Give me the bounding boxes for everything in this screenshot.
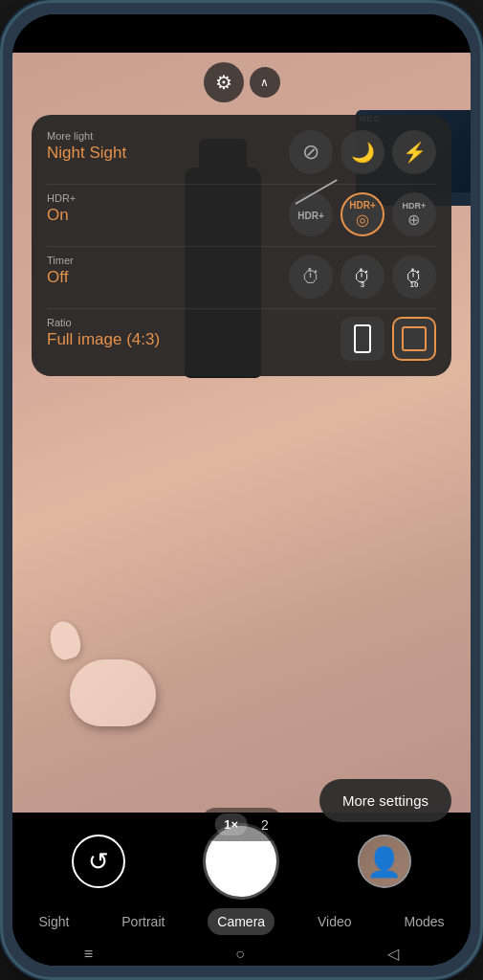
night-sight-value: Night Sight <box>47 144 171 163</box>
tab-video-label: Video <box>318 914 352 929</box>
rotate-icon: ↺ <box>88 847 109 877</box>
earbud-left <box>46 618 83 662</box>
camera-tabs: Sight Portrait Camera Video Modes <box>12 904 471 945</box>
flash-icon: ⚡ <box>403 141 427 164</box>
hdr-value: On <box>47 206 171 225</box>
ratio-square-btn[interactable] <box>392 317 436 361</box>
more-light-label: More light <box>47 130 171 142</box>
hdr-left: HDR+ On <box>47 192 171 225</box>
timer-10s-label: 10 <box>410 280 419 289</box>
flip-camera-button[interactable]: ↺ <box>72 835 125 888</box>
timer-left: Timer Off <box>47 255 171 287</box>
divider-2 <box>47 246 436 247</box>
night-sight-row: More light Night Sight ⊘ 🌙 <box>47 130 436 174</box>
hdr-off-icon: HDR+ <box>297 207 324 222</box>
divider-3 <box>47 308 436 309</box>
hdr-on-btn[interactable]: HDR+ ◎ <box>340 192 384 236</box>
timer-options: ⏱ ⏱ 3 ⏱ <box>289 255 436 299</box>
timer-row: Timer Off ⏱ <box>47 255 436 299</box>
timer-off-icon: ⏱ <box>301 266 320 288</box>
tab-portrait[interactable]: Portrait <box>112 908 174 935</box>
timer-3s-label: 3 <box>361 280 364 289</box>
flash-btn[interactable]: ⚡ <box>392 130 436 174</box>
hdr-enhanced-icon: HDR+ ⊕ <box>403 201 427 229</box>
nav-bar: ≡ ○ ◁ <box>12 945 471 966</box>
tab-camera-label: Camera <box>217 914 265 929</box>
hdr-row: HDR+ On HDR+ <box>47 192 436 236</box>
tab-modes-label: Modes <box>404 914 444 929</box>
night-sight-auto-icon: 🌙 <box>351 141 375 164</box>
tab-modes[interactable]: Modes <box>394 908 453 935</box>
tab-portrait-label: Portrait <box>121 914 165 929</box>
zoom-2x-button[interactable]: 2 <box>261 817 269 833</box>
timer-value: Off <box>47 268 171 287</box>
ratio-value: Full image (4:3) <box>47 330 171 349</box>
settings-gear-button[interactable]: ⚙ <box>204 62 244 102</box>
tab-sight[interactable]: Sight <box>29 908 78 935</box>
night-sight-left: More light Night Sight <box>47 130 171 163</box>
ratio-row: Ratio Full image (4:3) <box>47 317 436 361</box>
timer-off-btn[interactable]: ⏱ <box>289 255 333 299</box>
timer-10s-btn[interactable]: ⏱ 10 <box>392 255 436 299</box>
zoom-controls: 1× 2 <box>199 808 284 841</box>
ratio-portrait-icon <box>354 324 371 353</box>
ratio-label: Ratio <box>47 317 171 328</box>
night-sight-auto-btn[interactable]: 🌙 <box>340 130 384 174</box>
notch <box>194 14 290 41</box>
top-bar <box>12 14 471 53</box>
more-settings-button[interactable]: More settings <box>319 779 451 822</box>
hdr-enhanced-btn[interactable]: HDR+ ⊕ <box>392 192 436 236</box>
night-sight-off-btn[interactable]: ⊘ <box>289 130 333 174</box>
timer-label: Timer <box>47 255 171 266</box>
hdr-options: HDR+ HDR+ ◎ <box>289 192 436 236</box>
hdr-label: HDR+ <box>47 192 171 204</box>
divider-1 <box>47 184 436 185</box>
timer-3s-btn[interactable]: ⏱ 3 <box>340 255 384 299</box>
night-sight-options: ⊘ 🌙 ⚡ <box>289 130 436 174</box>
gallery-button[interactable]: 👤 <box>358 835 411 888</box>
nav-back-icon[interactable]: ◁ <box>387 945 399 963</box>
tab-camera[interactable]: Camera <box>208 908 274 935</box>
ratio-left: Ratio Full image (4:3) <box>47 317 171 349</box>
ratio-options <box>340 317 436 361</box>
ratio-square-icon <box>402 326 427 351</box>
phone-frame: NEC ⚙ ∧ More lig <box>0 0 483 980</box>
nav-menu-icon[interactable]: ≡ <box>84 946 93 963</box>
nav-home-icon[interactable]: ○ <box>235 946 245 963</box>
hdr-off-btn[interactable]: HDR+ <box>289 192 333 236</box>
hdr-on-icon: HDR+ ◎ <box>349 200 376 229</box>
settings-panel: More light Night Sight ⊘ 🌙 <box>32 115 451 376</box>
gallery-thumbnail: 👤 <box>360 836 409 886</box>
tab-sight-label: Sight <box>38 914 69 929</box>
zoom-1x-button[interactable]: 1× <box>214 813 248 835</box>
ratio-portrait-btn[interactable] <box>340 317 384 361</box>
night-sight-off-icon: ⊘ <box>302 140 319 165</box>
earbud-case <box>70 659 156 726</box>
person-silhouette: 👤 <box>366 845 402 879</box>
camera-viewfinder: NEC ⚙ ∧ More lig <box>12 53 471 851</box>
chevron-up-icon: ∧ <box>260 76 269 89</box>
settings-row: ⚙ ∧ <box>204 62 280 102</box>
settings-chevron-button[interactable]: ∧ <box>250 67 280 98</box>
phone-inner: NEC ⚙ ∧ More lig <box>12 14 471 966</box>
tab-video[interactable]: Video <box>308 908 362 935</box>
